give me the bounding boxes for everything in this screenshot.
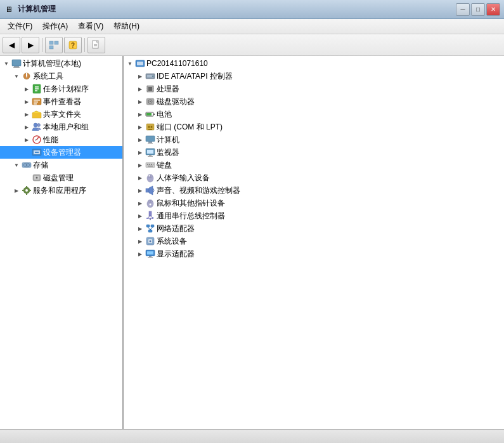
title-bar: 🖥 计算机管理 ─ □ ✕ — [0, 0, 504, 19]
processor-label: 处理器 — [157, 84, 179, 95]
right-root-label: PC201411071610 — [146, 59, 208, 68]
right-tree-sound[interactable]: ▶ 声音、视频和游戏控制器 — [124, 184, 504, 197]
back-button[interactable]: ◀ — [3, 37, 20, 53]
svg-rect-21 — [34, 102, 38, 103]
services-label: 服务和应用程序 — [33, 185, 86, 196]
tree-item-computer-mgmt[interactable]: ▼ 计算机管理(本地) — [0, 57, 122, 70]
right-tree-monitor[interactable]: ▶ 监视器 — [124, 146, 504, 159]
mouse-label: 鼠标和其他指针设备 — [157, 198, 225, 209]
expand-r-5: ▶ — [135, 122, 145, 132]
port-label: 端口 (COM 和 LPT) — [157, 122, 223, 133]
svg-rect-1 — [55, 41, 58, 44]
menu-help[interactable]: 帮助(H) — [108, 20, 145, 33]
processor-icon — [145, 84, 155, 94]
right-tree-disk[interactable]: ▶ 磁盘驱动器 — [124, 95, 504, 108]
svg-rect-72 — [148, 156, 153, 157]
close-button[interactable]: ✕ — [486, 3, 500, 16]
export-button[interactable] — [87, 37, 105, 53]
monitor-label: 监视器 — [157, 147, 179, 158]
right-tree-hid[interactable]: ▶ 人体学输入设备 — [124, 171, 504, 184]
tree-item-storage[interactable]: ▼ 存储 — [0, 159, 122, 171]
right-tree-keyboard[interactable]: ▶ 键盘 — [124, 159, 504, 171]
svg-rect-13 — [26, 73, 27, 76]
svg-rect-101 — [149, 256, 152, 257]
main-container: ▼ 计算机管理(本地) ▼ 系统工具 — [0, 56, 504, 429]
users-icon — [32, 122, 42, 132]
svg-rect-75 — [149, 164, 150, 165]
menu-action[interactable]: 操作(A) — [37, 20, 73, 33]
show-tree-button[interactable] — [45, 37, 63, 53]
svg-point-14 — [26, 76, 27, 77]
help-button[interactable]: ? — [64, 37, 82, 53]
tree-item-task-scheduler[interactable]: ▶ 任务计划程序 — [0, 83, 122, 95]
right-tree-mouse[interactable]: ▶ 鼠标和其他指针设备 — [124, 197, 504, 209]
ide-label: IDE ATA/ATAPI 控制器 — [157, 71, 233, 82]
right-tree-processor[interactable]: ▶ 处理器 — [124, 83, 504, 95]
tree-item-device-mgr[interactable]: 设备管理器 — [0, 146, 122, 159]
system-dev-label: 系统设备 — [157, 236, 187, 247]
svg-rect-47 — [152, 76, 153, 77]
svg-rect-89 — [146, 218, 148, 219]
storage-icon — [22, 160, 32, 170]
expand-r-14: ▶ — [135, 236, 145, 246]
svg-rect-83 — [146, 188, 149, 192]
tree-item-system-tools[interactable]: ▼ 系统工具 — [0, 70, 122, 83]
svg-rect-70 — [147, 150, 153, 154]
svg-rect-2 — [49, 46, 53, 49]
device-mgr-icon — [32, 147, 42, 157]
computer-mgmt-label: 计算机管理(本地) — [23, 58, 81, 69]
expand-icon-3: ▶ — [22, 84, 32, 94]
tree-item-event-viewer[interactable]: ▶ 事件查看器 — [0, 95, 122, 108]
menu-view[interactable]: 查看(V) — [73, 20, 108, 33]
expand-r-13: ▶ — [135, 223, 145, 234]
expand-r-10: ▶ — [135, 185, 145, 195]
right-tree-display[interactable]: ▶ 显示适配器 — [124, 248, 504, 260]
svg-point-24 — [37, 124, 41, 127]
svg-rect-65 — [148, 129, 152, 130]
disk-mgmt-label: 磁盘管理 — [43, 173, 74, 183]
svg-rect-76 — [151, 164, 152, 165]
expand-r-15: ▶ — [135, 249, 145, 259]
right-tree-usb[interactable]: ▶ 通用串行总线控制器 — [124, 209, 504, 222]
right-tree-port[interactable]: ▶ 端口 (COM 和 LPT) — [124, 121, 504, 133]
right-tree-root[interactable]: ▼ PC201411071610 — [124, 57, 504, 70]
right-tree-computer[interactable]: ▶ 计算机 — [124, 133, 504, 146]
maximize-button[interactable]: □ — [471, 3, 485, 16]
svg-rect-44 — [137, 62, 143, 65]
svg-rect-77 — [153, 164, 153, 165]
svg-rect-66 — [146, 136, 155, 142]
mouse-icon — [145, 198, 155, 208]
title-bar-controls: ─ □ ✕ — [456, 3, 500, 16]
help-icon: ? — [68, 40, 78, 50]
ide-icon — [145, 71, 155, 81]
keyboard-label: 键盘 — [157, 160, 172, 171]
svg-rect-67 — [148, 142, 152, 143]
tree-item-shared-folders[interactable]: ▶ 共享文件夹 — [0, 108, 122, 121]
users-label: 本地用户和组 — [43, 122, 89, 133]
svg-rect-71 — [149, 155, 152, 156]
svg-rect-60 — [153, 114, 155, 115]
menu-file[interactable]: 文件(F) — [3, 20, 37, 33]
disk-icon — [145, 96, 155, 107]
right-tree-system-dev[interactable]: ▶ 系统设备 — [124, 235, 504, 248]
right-tree-network[interactable]: ▶ 网络适配器 — [124, 222, 504, 235]
expand-r-6: ▶ — [135, 135, 145, 145]
minimize-button[interactable]: ─ — [456, 3, 470, 16]
right-tree-battery[interactable]: ▶ 电池 — [124, 108, 504, 121]
tree-item-services[interactable]: ▶ 服务和应用程序 — [0, 184, 122, 197]
computer-label: 计算机 — [157, 135, 179, 145]
tree-item-disk-mgmt[interactable]: 磁盘管理 — [0, 171, 122, 184]
svg-rect-100 — [147, 251, 153, 255]
tree-item-performance[interactable]: ▶ 性能 — [0, 133, 122, 146]
perf-label: 性能 — [43, 135, 58, 145]
tree-item-local-users[interactable]: ▶ 本地用户和组 — [0, 121, 122, 133]
forward-button[interactable]: ▶ — [22, 37, 39, 53]
right-expand-root: ▼ — [125, 58, 135, 69]
svg-rect-0 — [49, 41, 53, 44]
right-tree-ide[interactable]: ▶ IDE ATA/ATAPI 控制器 — [124, 70, 504, 83]
svg-rect-9 — [12, 60, 21, 66]
toolbar-separator-2 — [84, 38, 85, 52]
svg-rect-93 — [148, 230, 152, 232]
svg-line-94 — [148, 227, 151, 230]
monitor-icon — [145, 147, 155, 157]
